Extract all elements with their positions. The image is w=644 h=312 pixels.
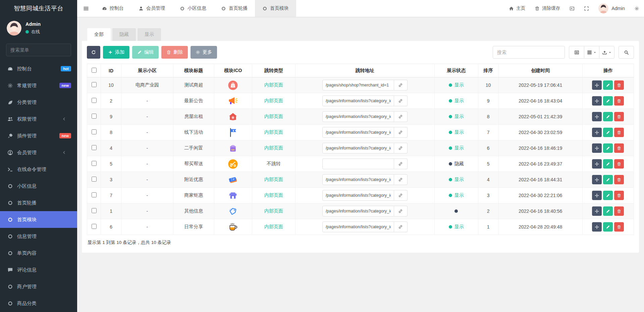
sidebar-item-general[interactable]: 常规管理new	[0, 77, 77, 94]
row-delete-button[interactable]	[614, 143, 624, 153]
drag-sort-button[interactable]	[592, 112, 602, 121]
jump-url-input[interactable]	[322, 174, 394, 185]
user-menu[interactable]: Admin	[594, 3, 630, 13]
nav-tab-home-modules[interactable]: 首页模块	[255, 0, 296, 17]
drag-sort-button[interactable]	[592, 159, 602, 169]
row-checkbox[interactable]	[92, 192, 97, 197]
link-button[interactable]	[394, 206, 408, 216]
drag-sort-button[interactable]	[592, 206, 602, 216]
sidebar-item-comments[interactable]: 评论信息	[0, 261, 77, 278]
link-button[interactable]	[394, 174, 408, 185]
drag-sort-button[interactable]	[592, 128, 602, 137]
settings-button[interactable]	[630, 0, 644, 17]
sidebar-item-info-manage[interactable]: 信息管理	[0, 228, 77, 245]
link-button[interactable]	[394, 143, 408, 153]
columns-dropdown-button[interactable]	[584, 46, 599, 59]
row-delete-button[interactable]	[614, 159, 624, 169]
nav-tab-community-info[interactable]: 小区信息	[172, 0, 214, 17]
row-delete-button[interactable]	[614, 175, 624, 184]
row-delete-button[interactable]	[614, 112, 624, 121]
row-checkbox[interactable]	[92, 208, 97, 213]
filter-tab-shown[interactable]: 显示	[138, 28, 161, 41]
nav-tab-dashboard[interactable]: 控制台	[95, 0, 131, 17]
row-checkbox[interactable]	[92, 82, 97, 87]
sidebar-item-home-modules[interactable]: 首页模块	[0, 211, 77, 228]
jump-url-input[interactable]	[322, 206, 394, 216]
sidebar-item-dashboard[interactable]: 控制台hot	[0, 60, 77, 77]
row-edit-button[interactable]	[603, 80, 613, 90]
row-edit-button[interactable]	[603, 206, 613, 216]
row-delete-button[interactable]	[614, 222, 624, 232]
row-checkbox[interactable]	[92, 98, 97, 103]
drag-sort-button[interactable]	[592, 222, 602, 232]
row-checkbox[interactable]	[92, 177, 97, 182]
sidebar-search-input[interactable]	[10, 47, 71, 53]
jump-url-input[interactable]	[322, 80, 394, 90]
detail-view-button[interactable]	[569, 46, 584, 59]
jump-url-input[interactable]	[322, 111, 394, 122]
row-delete-button[interactable]	[614, 80, 624, 90]
sidebar-item-auth[interactable]: 权限管理	[0, 111, 77, 127]
jump-url-input[interactable]	[322, 190, 394, 201]
row-edit-button[interactable]	[603, 128, 613, 137]
sidebar-item-community-info[interactable]: 小区信息	[0, 178, 77, 194]
jump-url-input[interactable]	[322, 159, 394, 169]
sidebar-item-members[interactable]: 会员管理	[0, 144, 77, 161]
drag-sort-button[interactable]	[592, 191, 602, 200]
drag-sort-button[interactable]	[592, 143, 602, 153]
jump-url-input[interactable]	[322, 143, 394, 153]
sidebar-item-single-page[interactable]: 单页内容	[0, 245, 77, 261]
search-toggle-button[interactable]	[619, 46, 634, 59]
row-checkbox[interactable]	[92, 224, 97, 229]
row-checkbox[interactable]	[92, 145, 97, 150]
sidebar-item-category[interactable]: 分类管理	[0, 94, 77, 111]
row-delete-button[interactable]	[614, 128, 624, 137]
link-button[interactable]	[394, 96, 408, 106]
sidebar-item-commands[interactable]: 在线命令管理	[0, 161, 77, 178]
row-edit-button[interactable]	[603, 191, 613, 200]
row-edit-button[interactable]	[603, 222, 613, 232]
sidebar-toggle-button[interactable]	[77, 0, 95, 17]
table-search-input[interactable]	[493, 46, 565, 59]
sidebar-item-goods-category[interactable]: 商品分类	[0, 295, 77, 312]
refresh-button[interactable]	[87, 46, 100, 59]
jump-url-input[interactable]	[322, 222, 394, 232]
link-button[interactable]	[394, 190, 408, 201]
edit-button[interactable]: 编辑	[132, 46, 159, 59]
language-button[interactable]	[565, 0, 579, 17]
add-button[interactable]: 添加	[103, 46, 129, 59]
row-checkbox[interactable]	[92, 161, 97, 166]
export-dropdown-button[interactable]	[599, 46, 614, 59]
row-edit-button[interactable]	[603, 112, 613, 121]
row-edit-button[interactable]	[603, 143, 613, 153]
drag-sort-button[interactable]	[592, 80, 602, 90]
link-button[interactable]	[394, 159, 408, 169]
row-edit-button[interactable]	[603, 96, 613, 106]
clear-cache-button[interactable]: 清除缓存	[530, 0, 565, 17]
drag-sort-button[interactable]	[592, 96, 602, 106]
jump-url-input[interactable]	[322, 96, 394, 106]
filter-tab-all[interactable]: 全部	[87, 28, 111, 41]
row-delete-button[interactable]	[614, 191, 624, 200]
drag-sort-button[interactable]	[592, 175, 602, 184]
filter-tab-hidden[interactable]: 隐藏	[112, 28, 136, 41]
sidebar-item-merchants[interactable]: 商户管理	[0, 278, 77, 295]
row-delete-button[interactable]	[614, 206, 624, 216]
row-edit-button[interactable]	[603, 159, 613, 169]
sidebar-item-home-carousel[interactable]: 首页轮播	[0, 194, 77, 211]
delete-button[interactable]: 删除	[161, 46, 188, 59]
row-checkbox[interactable]	[92, 129, 97, 134]
row-edit-button[interactable]	[603, 175, 613, 184]
fullscreen-button[interactable]	[579, 0, 594, 17]
sidebar-item-addons[interactable]: 插件管理new	[0, 127, 77, 144]
link-button[interactable]	[394, 80, 408, 90]
link-button[interactable]	[394, 222, 408, 232]
home-button[interactable]: 主页	[504, 0, 530, 17]
row-checkbox[interactable]	[92, 114, 97, 119]
nav-tab-home-carousel[interactable]: 首页轮播	[214, 0, 255, 17]
nav-tab-members[interactable]: 会员管理	[131, 0, 172, 17]
select-all-checkbox[interactable]	[92, 68, 97, 73]
jump-url-input[interactable]	[322, 127, 394, 138]
link-button[interactable]	[394, 127, 408, 138]
link-button[interactable]	[394, 111, 408, 122]
